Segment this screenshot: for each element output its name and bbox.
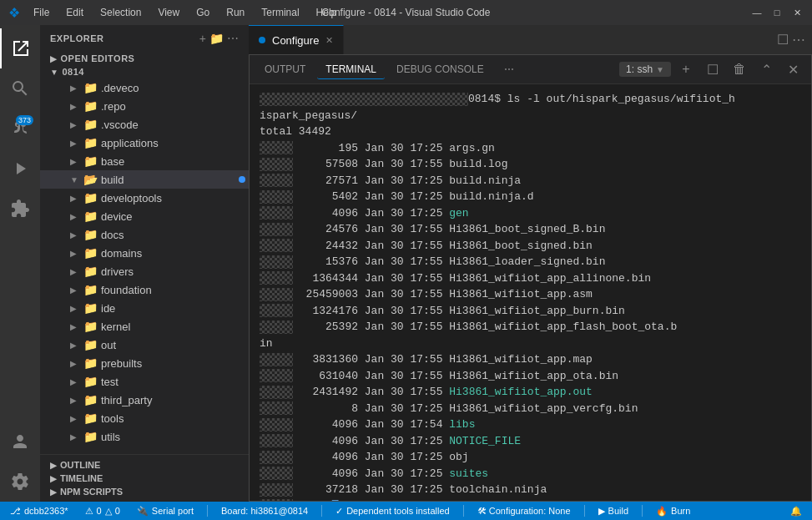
tabs-bar: Configure ✕ ☐ ⋯ xyxy=(249,25,812,54)
item-label: tools xyxy=(101,412,249,425)
more-tabs-button[interactable]: ⋯ xyxy=(792,32,805,48)
terminal-content[interactable]: 0814$ ls -l out/hispark_pegasus/wifiiot_… xyxy=(250,84,811,501)
status-burn[interactable]: 🔥 Burn xyxy=(653,502,693,520)
new-folder-button[interactable]: 📁 xyxy=(209,32,224,45)
term-line-5: 57508 Jan 30 17:55 build.log xyxy=(260,156,801,173)
split-terminal-button[interactable]: ☐ xyxy=(701,58,724,81)
sidebar-item-test[interactable]: ▶ 📁 test xyxy=(40,372,249,391)
status-build[interactable]: ▶ Build xyxy=(595,502,632,520)
folder-open-icon: 📂 xyxy=(83,173,98,186)
source-control-badge: 373 xyxy=(16,115,33,125)
sidebar-item-domains[interactable]: ▶ 📁 domains xyxy=(40,244,249,262)
menu-view[interactable]: View xyxy=(151,5,186,20)
status-dependent-tools[interactable]: ✓ Dependent tools installed xyxy=(332,502,453,520)
term-line-22: 4096 Jan 30 17:25 NOTICE_FILE xyxy=(260,433,801,450)
status-right: 🔔 xyxy=(787,502,805,520)
board-label: Board: hi3861@0814 xyxy=(221,506,308,516)
sidebar-item-kernel[interactable]: ▶ 📁 kernel xyxy=(40,317,249,336)
sidebar-item-build[interactable]: ▼ 📂 build xyxy=(40,170,249,189)
status-serial-port[interactable]: 🔌 Serial port xyxy=(134,502,197,520)
activity-account[interactable] xyxy=(0,422,40,462)
menu-go[interactable]: Go xyxy=(189,5,216,20)
maximize-button[interactable]: □ xyxy=(770,6,784,19)
serial-port-label: Serial port xyxy=(152,506,194,516)
sidebar-item-docs[interactable]: ▶ 📁 docs xyxy=(40,225,249,244)
maximize-panel-button[interactable]: ⌃ xyxy=(754,58,778,81)
menu-edit[interactable]: Edit xyxy=(59,5,90,20)
activity-explorer[interactable] xyxy=(0,28,40,68)
item-label: build xyxy=(101,174,239,186)
terminal-selector[interactable]: 1: ssh ▼ xyxy=(619,62,671,77)
sidebar-item-utils[interactable]: ▶ 📁 utils xyxy=(40,427,249,446)
selector-arrow-icon: ▼ xyxy=(656,65,664,74)
menu-selection[interactable]: Selection xyxy=(93,5,148,20)
sidebar-item-vscode[interactable]: ▶ 📁 .vscode xyxy=(40,115,249,134)
term-line-9: 24576 Jan 30 17:55 Hi3861_boot_signed_B.… xyxy=(260,221,801,238)
kill-terminal-button[interactable]: 🗑 xyxy=(728,58,751,81)
sidebar-item-base[interactable]: ▶ 📁 base xyxy=(40,152,249,170)
hidden-text xyxy=(260,190,293,204)
term-line-prompt: 0814$ █ xyxy=(260,498,801,502)
activity-extensions[interactable] xyxy=(0,189,40,229)
hidden-text xyxy=(260,483,293,497)
sidebar-item-deveco[interactable]: ▶ 📁 .deveco xyxy=(40,78,249,97)
sidebar-item-tools[interactable]: ▶ 📁 tools xyxy=(40,409,249,427)
sidebar-item-drivers[interactable]: ▶ 📁 drivers xyxy=(40,262,249,280)
term-tab-debug-console[interactable]: DEBUG CONSOLE xyxy=(388,60,492,78)
timeline-section[interactable]: ▶ TIMELINE xyxy=(40,472,249,485)
vscode-logo: ❖ xyxy=(8,5,20,21)
open-editors-section[interactable]: ▶ OPEN EDITORS xyxy=(40,52,249,65)
status-board[interactable]: Board: hi3861@0814 xyxy=(218,502,311,520)
sidebar-item-repo[interactable]: ▶ 📁 .repo xyxy=(40,97,249,115)
activity-bar: 373 xyxy=(0,25,40,502)
sidebar-item-device[interactable]: ▶ 📁 device xyxy=(40,207,249,225)
activity-search[interactable] xyxy=(0,68,40,109)
term-line-23: 4096 Jan 30 17:25 obj xyxy=(260,449,801,466)
hidden-text xyxy=(260,321,293,334)
close-panel-button[interactable]: ✕ xyxy=(781,58,804,81)
hidden-text xyxy=(260,369,293,382)
activity-settings[interactable] xyxy=(0,462,40,502)
sidebar-item-developtools[interactable]: ▶ 📁 developtools xyxy=(40,189,249,207)
tab-configure[interactable]: Configure ✕ xyxy=(249,25,344,54)
outline-section[interactable]: ▶ OUTLINE xyxy=(40,458,249,472)
project-section[interactable]: ▼ 0814 xyxy=(40,65,249,78)
more-actions-button[interactable]: ⋯ xyxy=(227,32,239,45)
hidden-text xyxy=(260,174,293,187)
item-label: .deveco xyxy=(101,82,249,94)
new-terminal-button[interactable]: + xyxy=(674,58,698,81)
menu-run[interactable]: Run xyxy=(219,5,251,20)
menu-file[interactable]: File xyxy=(27,5,56,20)
sidebar-item-foundation[interactable]: ▶ 📁 foundation xyxy=(40,280,249,299)
item-label: third_party xyxy=(101,394,249,406)
status-configuration[interactable]: 🛠 Configuration: None xyxy=(474,502,574,520)
activity-source-control[interactable]: 373 xyxy=(0,109,40,149)
hidden-text xyxy=(260,434,293,447)
minimize-button[interactable]: — xyxy=(750,6,764,19)
term-line-16: in xyxy=(260,336,801,352)
term-tab-terminal[interactable]: TERMINAL xyxy=(317,60,385,79)
sidebar-tree: ▶ OPEN EDITORS ▼ 0814 ▶ 📁 .deveco ▶ 📁 .r… xyxy=(40,52,249,454)
term-line-7: 5402 Jan 30 17:25 build.ninja.d xyxy=(260,189,801,205)
sidebar-item-third_party[interactable]: ▶ 📁 third_party xyxy=(40,391,249,409)
term-line-4: 195 Jan 30 17:25 args.gn xyxy=(260,140,801,157)
term-tab-output[interactable]: OUTPUT xyxy=(256,60,314,78)
sidebar-item-prebuilts[interactable]: ▶ 📁 prebuilts xyxy=(40,354,249,372)
activity-run[interactable] xyxy=(0,149,40,189)
sidebar-item-applications[interactable]: ▶ 📁 applications xyxy=(40,134,249,152)
hidden-text xyxy=(260,239,293,252)
main-layout: 373 EXPLORER + 📁 ⋯ ▶ O xyxy=(0,25,812,502)
status-branch[interactable]: ⎇ dcbb2363* xyxy=(7,502,72,520)
status-notification[interactable]: 🔔 xyxy=(787,502,805,520)
npm-scripts-section[interactable]: ▶ NPM SCRIPTS xyxy=(40,485,249,498)
menu-terminal[interactable]: Terminal xyxy=(255,5,305,20)
close-button[interactable]: ✕ xyxy=(790,6,804,19)
new-file-button[interactable]: + xyxy=(199,32,206,45)
sidebar-item-out[interactable]: ▶ 📁 out xyxy=(40,336,249,354)
term-tab-more[interactable]: ⋯ xyxy=(496,60,522,78)
split-editor-button[interactable]: ☐ xyxy=(777,32,789,48)
tab-close-icon[interactable]: ✕ xyxy=(325,35,333,46)
status-errors[interactable]: ⚠ 0 △ 0 xyxy=(82,502,124,520)
title-bar: ❖ File Edit Selection View Go Run Termin… xyxy=(0,0,812,25)
sidebar-item-ide[interactable]: ▶ 📁 ide xyxy=(40,299,249,317)
